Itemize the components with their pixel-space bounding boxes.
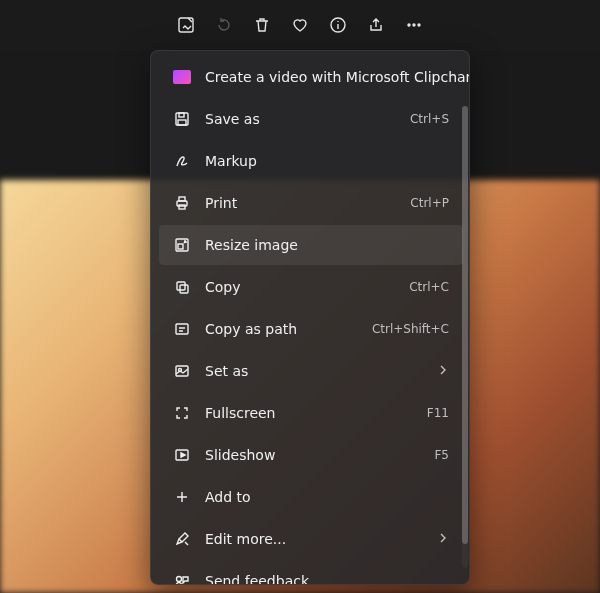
markup-icon xyxy=(173,152,191,170)
menu-item-label: Markup xyxy=(205,153,449,169)
print-icon xyxy=(173,194,191,212)
menu-item-markup[interactable]: Markup xyxy=(159,141,463,181)
edit-image-button[interactable] xyxy=(167,6,205,44)
menu-item-copy-as-path[interactable]: Copy as pathCtrl+Shift+C xyxy=(159,309,463,349)
menu-item-create-a-video-with-microsoft-clipchamp[interactable]: Create a video with Microsoft Clipchamp xyxy=(159,57,463,97)
menu-scrollbar-thumb[interactable] xyxy=(462,106,468,544)
svg-rect-10 xyxy=(179,205,185,209)
context-menu: Create a video with Microsoft ClipchampS… xyxy=(150,50,470,585)
menu-item-copy[interactable]: CopyCtrl+C xyxy=(159,267,463,307)
menu-item-shortcut: Ctrl+P xyxy=(410,196,449,210)
svg-rect-7 xyxy=(178,120,186,125)
chevron-right-icon xyxy=(437,364,449,379)
svg-rect-14 xyxy=(180,285,188,293)
add-icon xyxy=(173,488,191,506)
favorite-button[interactable] xyxy=(281,6,319,44)
toolbar xyxy=(0,0,600,50)
menu-item-set-as[interactable]: Set as xyxy=(159,351,463,391)
slideshow-icon xyxy=(173,446,191,464)
menu-item-label: Print xyxy=(205,195,410,211)
svg-rect-13 xyxy=(177,282,185,290)
menu-item-save-as[interactable]: Save asCtrl+S xyxy=(159,99,463,139)
chevron-right-icon xyxy=(437,532,449,547)
copy-icon xyxy=(173,278,191,296)
more-button[interactable] xyxy=(395,6,433,44)
svg-rect-12 xyxy=(178,244,183,249)
menu-item-shortcut: Ctrl+Shift+C xyxy=(372,322,449,336)
menu-item-label: Create a video with Microsoft Clipchamp xyxy=(205,69,469,85)
menu-item-shortcut: F11 xyxy=(427,406,449,420)
set-as-icon xyxy=(173,362,191,380)
menu-item-label: Set as xyxy=(205,363,437,379)
menu-item-print[interactable]: PrintCtrl+P xyxy=(159,183,463,223)
menu-item-label: Add to xyxy=(205,489,449,505)
menu-item-shortcut: F5 xyxy=(434,448,449,462)
menu-item-label: Save as xyxy=(205,111,410,127)
menu-item-shortcut: Ctrl+S xyxy=(410,112,449,126)
svg-rect-6 xyxy=(179,113,184,117)
menu-item-label: Copy as path xyxy=(205,321,372,337)
svg-point-3 xyxy=(413,24,415,26)
menu-item-label: Resize image xyxy=(205,237,449,253)
menu-item-slideshow[interactable]: SlideshowF5 xyxy=(159,435,463,475)
clipchamp-icon xyxy=(173,68,191,86)
resize-icon xyxy=(173,236,191,254)
svg-point-19 xyxy=(177,577,182,582)
copy-path-icon xyxy=(173,320,191,338)
svg-rect-15 xyxy=(176,324,188,334)
menu-item-label: Edit more... xyxy=(205,531,437,547)
menu-scrollbar[interactable] xyxy=(462,106,468,568)
rotate-button xyxy=(205,6,243,44)
menu-item-send-feedback[interactable]: Send feedback xyxy=(159,561,463,584)
menu-item-label: Fullscreen xyxy=(205,405,427,421)
edit-more-icon xyxy=(173,530,191,548)
menu-item-label: Slideshow xyxy=(205,447,434,463)
menu-item-fullscreen[interactable]: FullscreenF11 xyxy=(159,393,463,433)
menu-item-edit-more[interactable]: Edit more... xyxy=(159,519,463,559)
feedback-icon xyxy=(173,572,191,584)
svg-rect-9 xyxy=(179,197,185,201)
svg-point-4 xyxy=(418,24,420,26)
menu-item-add-to[interactable]: Add to xyxy=(159,477,463,517)
delete-button[interactable] xyxy=(243,6,281,44)
menu-item-resize-image[interactable]: Resize image xyxy=(159,225,463,265)
menu-item-label: Send feedback xyxy=(205,573,449,584)
info-button[interactable] xyxy=(319,6,357,44)
svg-point-2 xyxy=(408,24,410,26)
fullscreen-icon xyxy=(173,404,191,422)
share-button[interactable] xyxy=(357,6,395,44)
menu-item-label: Copy xyxy=(205,279,409,295)
save-icon xyxy=(173,110,191,128)
menu-item-shortcut: Ctrl+C xyxy=(409,280,449,294)
